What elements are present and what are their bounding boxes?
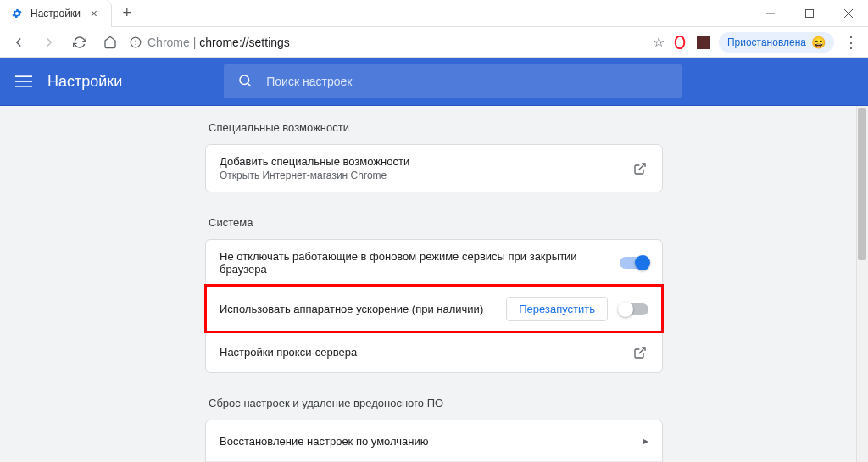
new-tab-button[interactable]: + — [115, 2, 139, 25]
tab-title: Настройки — [31, 8, 81, 19]
forward-button[interactable] — [37, 31, 61, 54]
svg-point-11 — [240, 75, 249, 85]
svg-line-14 — [639, 348, 645, 353]
site-info-icon[interactable] — [129, 36, 142, 49]
svg-line-12 — [248, 83, 251, 86]
settings-title: Настройки — [47, 73, 122, 91]
svg-rect-10 — [15, 86, 32, 87]
system-section-title: Система — [209, 216, 663, 229]
hardware-acceleration-label: Использовать аппаратное ускорение (при н… — [220, 303, 506, 315]
background-apps-row: Не отключать работающие в фоновом режиме… — [206, 240, 662, 286]
maximize-button[interactable] — [790, 0, 829, 27]
chevron-right-icon: ▸ — [643, 435, 648, 447]
profile-avatar-icon: 😄 — [811, 36, 826, 49]
window-controls — [751, 0, 868, 27]
address-bar[interactable]: Chrome | chrome://settings — [129, 36, 646, 49]
add-accessibility-title: Добавить специальные возможности — [220, 155, 632, 168]
address-text: Chrome | chrome://settings — [147, 36, 290, 49]
scrollbar-thumb[interactable] — [858, 108, 866, 260]
close-window-button[interactable] — [829, 0, 868, 27]
system-card: Не отключать работающие в фоновом режиме… — [205, 239, 663, 373]
profile-label: Приостановлена — [727, 36, 806, 48]
opera-extension-icon[interactable] — [671, 34, 688, 51]
profile-chip[interactable]: Приостановлена 😄 — [719, 32, 834, 53]
home-button[interactable] — [98, 31, 122, 54]
external-link-icon — [632, 160, 648, 177]
proxy-settings-label: Настройки прокси-сервера — [220, 346, 632, 359]
tab-close-icon[interactable]: × — [87, 7, 101, 20]
settings-search[interactable] — [224, 64, 682, 98]
external-link-icon — [632, 344, 648, 361]
reset-card: Восстановление настроек по умолчанию ▸ У… — [205, 420, 663, 462]
reset-section-title: Сброс настроек и удаление вредоносного П… — [209, 397, 663, 409]
add-accessibility-sub: Открыть Интернет-магазин Chrome — [220, 170, 632, 181]
back-button[interactable] — [7, 31, 31, 54]
svg-point-7 — [676, 36, 685, 48]
svg-rect-9 — [15, 81, 32, 82]
proxy-settings-row[interactable]: Настройки прокси-сервера — [206, 331, 662, 372]
svg-point-6 — [135, 43, 136, 44]
background-apps-label: Не отключать работающие в фоновом режиме… — [220, 250, 620, 276]
reload-button[interactable] — [68, 31, 92, 54]
menu-icon[interactable] — [14, 71, 34, 92]
settings-gear-icon — [10, 7, 24, 20]
search-icon — [237, 73, 253, 91]
background-apps-toggle[interactable] — [620, 257, 648, 269]
minimize-button[interactable] — [751, 0, 790, 27]
accessibility-card: Добавить специальные возможности Открыть… — [205, 144, 663, 192]
window-titlebar: Настройки × + — [0, 0, 868, 27]
settings-page: Специальные возможности Добавить специал… — [0, 105, 868, 462]
settings-header: Настройки — [0, 58, 868, 105]
restart-button[interactable]: Перезапустить — [506, 297, 608, 321]
scrollbar-track[interactable] — [856, 106, 868, 462]
svg-rect-1 — [806, 9, 814, 17]
svg-line-13 — [639, 164, 645, 170]
add-accessibility-row[interactable]: Добавить специальные возможности Открыть… — [206, 145, 662, 192]
accessibility-section-title: Специальные возможности — [209, 121, 663, 134]
browser-tab[interactable]: Настройки × — [0, 0, 112, 27]
svg-rect-8 — [15, 75, 32, 77]
restore-defaults-label: Восстановление настроек по умолчанию — [220, 435, 643, 448]
restore-defaults-row[interactable]: Восстановление настроек по умолчанию ▸ — [206, 420, 662, 461]
bookmark-star-icon[interactable]: ☆ — [653, 34, 665, 50]
extension-icon[interactable] — [695, 34, 712, 51]
browser-menu-button[interactable]: ⋮ — [841, 32, 861, 53]
search-input[interactable] — [266, 75, 668, 88]
hardware-acceleration-row: Использовать аппаратное ускорение (при н… — [206, 286, 662, 331]
browser-toolbar: Chrome | chrome://settings ☆ Приостановл… — [0, 27, 868, 58]
hardware-acceleration-toggle[interactable] — [620, 303, 648, 315]
